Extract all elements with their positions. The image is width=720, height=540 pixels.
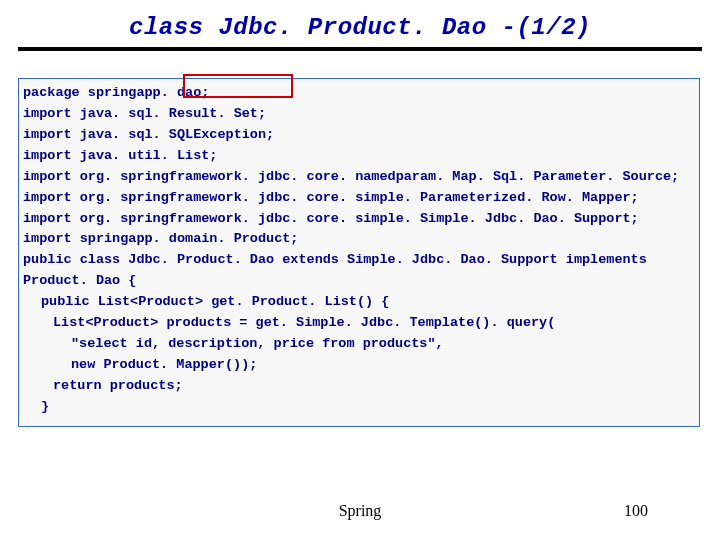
footer-label: Spring (0, 502, 720, 520)
code-line: Product. Dao { (23, 271, 695, 292)
code-line: import java. sql. SQLException; (23, 125, 695, 146)
highlight-annotation (183, 74, 293, 98)
code-line: import org. springframework. jdbc. core.… (23, 167, 695, 188)
code-line: public class Jdbc. Product. Dao extends … (23, 250, 695, 271)
code-box: package springapp. dao; import java. sql… (18, 78, 700, 427)
code-line: import org. springframework. jdbc. core.… (23, 188, 695, 209)
code-line: import springapp. domain. Product; (23, 229, 695, 250)
code-line: List<Product> products = get. Simple. Jd… (23, 313, 695, 334)
code-line: return products; (23, 376, 695, 397)
code-line: new Product. Mapper()); (23, 355, 695, 376)
code-line: import org. springframework. jdbc. core.… (23, 209, 695, 230)
code-line: import java. sql. Result. Set; (23, 104, 695, 125)
slide-title: class Jdbc. Product. Dao -(1/2) (0, 0, 720, 41)
code-line: } (23, 397, 695, 418)
code-line: public List<Product> get. Product. List(… (23, 292, 695, 313)
footer-page-number: 100 (624, 502, 648, 520)
code-line: "select id, description, price from prod… (23, 334, 695, 355)
code-line: import java. util. List; (23, 146, 695, 167)
title-underline (18, 47, 702, 51)
code-line: package springapp. dao; (23, 83, 695, 104)
